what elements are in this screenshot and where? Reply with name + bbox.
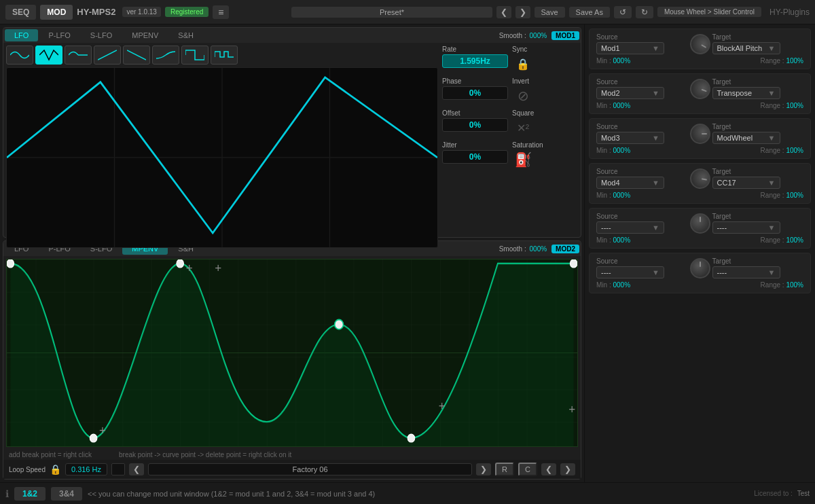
mod1-smooth-value[interactable]: 000% [530,32,547,39]
slot-5-range-label: Range : 100% [761,236,803,244]
slot-1-knob[interactable] [686,30,714,58]
slot-6-target-row: ---- ▼ [712,266,804,278]
slot-3-target-row: ModWheel ▼ [712,132,804,144]
slot-5-source-dropdown[interactable]: ---- ▼ [596,221,664,234]
sync-group: Sync 🔒 [512,46,578,73]
slot-2-target-col: Target Transpose ▼ [712,78,804,99]
mod2-smooth-value[interactable]: 000% [530,245,547,253]
slot-1-minmax: Min : 000% Range : 100% [596,57,803,65]
mpenv-prev-button[interactable]: ❮ [129,463,144,475]
slot-1-min-value[interactable]: 000% [613,57,630,65]
slot-1-source-label: Source [596,33,688,41]
mod1-lfo-content: Rate 1.595Hz Sync 🔒 Phase 0% [3,43,581,251]
invert-label: Invert [512,77,578,85]
slot-5-target-dropdown[interactable]: ---- ▼ [712,221,780,234]
wave-rampdown-button[interactable] [123,46,150,65]
slot-3-source-dropdown[interactable]: Mod3 ▼ [596,132,664,144]
mod1-tab-lfo[interactable]: LFO [5,29,38,41]
slot-4-range-value[interactable]: 100% [786,192,803,199]
mpenv-nav-next2[interactable]: ❯ [560,463,575,475]
slot-1-source-col: Source Mod1 ▼ [596,33,688,54]
wave-rampup-button[interactable] [94,46,121,65]
undo-button[interactable]: ↺ [614,6,632,18]
wave-square-button[interactable] [181,46,209,65]
slot-6-target-dropdown[interactable]: ---- ▼ [712,266,780,278]
svg-text:+: + [99,423,106,437]
mod1-tab-sh[interactable]: S&H [168,29,203,41]
slot-2-range-value[interactable]: 100% [786,102,803,109]
saturation-icon[interactable]: ⛽ [512,150,534,169]
mod1-tab-slfo[interactable]: S-LFO [81,29,122,41]
slot-1-range-label: Range : 100% [761,57,803,65]
slot-6-target-label: Target [712,257,804,265]
slot-4-source-dropdown[interactable]: Mod4 ▼ [596,177,664,189]
slot-2-source-dropdown[interactable]: Mod2 ▼ [596,87,664,99]
slot-3-min-value[interactable]: 000% [613,147,630,154]
svg-point-9 [90,434,97,442]
offset-value[interactable]: 0% [442,118,508,132]
slot-6-knob[interactable] [690,258,710,278]
mod1-tab-mpenv[interactable]: MPENV [122,29,168,41]
slot-2-knob[interactable] [687,75,712,101]
bottom-tab-12[interactable]: 1&2 [14,487,46,501]
slot-6-min-value[interactable]: 000% [613,281,630,289]
slot-6-source-dropdown[interactable]: ---- ▼ [596,266,664,278]
brand-label: HY-Plugins [769,7,810,17]
mpenv-canvas[interactable]: + + + + + [6,259,578,447]
svg-text:+: + [439,399,446,413]
mod1-smooth-label: Smooth : 000% [499,32,547,39]
menu-button[interactable]: ≡ [213,5,229,19]
mpenv-r-button[interactable]: R [495,463,514,476]
loop-speed-value[interactable]: 0.316 Hz [65,463,107,475]
slot-4-min-label: Min : 000% [596,192,630,199]
mpenv-c-button[interactable]: C [518,463,537,476]
square-icon[interactable]: ✕² [512,118,534,137]
slot-5-min-label: Min : 000% [596,236,630,244]
plugin-name: HY-MPS2 [77,7,115,17]
mod1-tab-plfo[interactable]: P-LFO [39,29,79,41]
save-as-button[interactable]: Save As [569,7,610,18]
wave-sine-button[interactable] [6,46,33,65]
preset-next-button[interactable]: ❯ [515,6,530,18]
slot-5-knob[interactable] [690,213,710,234]
slot-4-source-row: Mod4 ▼ [596,177,688,189]
invert-icon[interactable]: ⊘ [512,86,534,105]
sync-icon[interactable]: 🔒 [512,54,534,73]
wave-scurve-button[interactable] [152,46,179,65]
redo-button[interactable]: ↻ [636,6,653,18]
slot-4-target-label: Target [712,168,804,175]
mpenv-next-button[interactable]: ❯ [476,463,491,475]
slot-2-min-value[interactable]: 000% [613,102,630,109]
slot-1-target-dropdown[interactable]: BlockAll Pitch ▼ [712,42,780,54]
slot-5-min-value[interactable]: 000% [613,236,630,244]
info-icon[interactable]: ℹ [5,488,9,499]
slot-4-knob-area [688,168,712,189]
slot-2-target-dropdown[interactable]: Transpose ▼ [712,87,780,99]
wave-pulse-button[interactable] [211,46,238,65]
slot-4-knob[interactable] [688,166,712,190]
wave-halfsine-button[interactable] [65,46,92,65]
jitter-value[interactable]: 0% [442,150,508,164]
mod-slot-2: Source Mod2 ▼ Target Transpos [589,73,811,114]
slot-4-target-dropdown[interactable]: CC17 ▼ [712,177,780,189]
slot-1-min-label: Min : 000% [596,57,630,65]
slot-5-range-value[interactable]: 100% [786,236,803,244]
wave-triangle-button[interactable] [35,46,62,65]
phase-value[interactable]: 0% [442,86,508,100]
offset-label: Offset [442,109,508,117]
bottom-tab-34[interactable]: 3&4 [51,487,82,501]
mod-tab[interactable]: MOD [40,5,73,20]
slot-3-target-dropdown[interactable]: ModWheel ▼ [712,132,780,144]
slot-3-range-value[interactable]: 100% [786,147,803,154]
slot-1-range-value[interactable]: 100% [786,57,803,65]
slot-1-source-dropdown[interactable]: Mod1 ▼ [596,42,664,54]
slot-4-min-value[interactable]: 000% [613,192,630,199]
slot-3-knob[interactable] [690,124,710,144]
slot-6-range-value[interactable]: 100% [786,281,803,289]
save-button[interactable]: Save [535,7,565,18]
mpenv-nav-prev2[interactable]: ❮ [541,463,556,475]
seq-tab[interactable]: SEQ [5,5,36,20]
svg-point-12 [570,259,577,268]
preset-prev-button[interactable]: ❮ [496,6,511,18]
rate-value[interactable]: 1.595Hz [442,54,508,68]
